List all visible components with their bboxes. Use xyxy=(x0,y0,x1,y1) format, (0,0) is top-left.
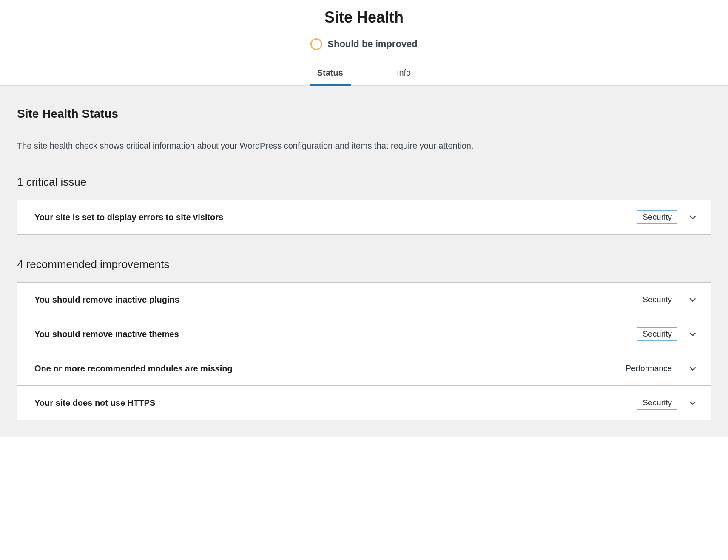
content-section: Site Health Status The site health check… xyxy=(0,86,728,437)
chevron-down-icon xyxy=(688,398,698,408)
issue-right: Security xyxy=(637,210,698,224)
chevron-down-icon xyxy=(688,329,698,339)
issue-item[interactable]: You should remove inactive plugins Secur… xyxy=(17,283,711,317)
tab-status[interactable]: Status xyxy=(310,62,351,86)
chevron-down-icon xyxy=(688,212,698,222)
page-title: Site Health xyxy=(0,8,728,26)
status-text: Should be improved xyxy=(327,39,417,50)
status-progress-icon xyxy=(310,38,322,50)
issue-item[interactable]: Your site is set to display errors to si… xyxy=(17,200,711,234)
chevron-down-icon xyxy=(688,363,698,373)
recommended-issue-list: You should remove inactive plugins Secur… xyxy=(17,282,711,420)
section-title: Site Health Status xyxy=(17,107,711,121)
issue-title: Your site does not use HTTPS xyxy=(34,398,155,408)
badge-security: Security xyxy=(637,396,677,410)
issue-title: You should remove inactive plugins xyxy=(34,295,179,305)
badge-security: Security xyxy=(637,210,677,224)
chevron-down-icon xyxy=(688,294,698,305)
issue-title: One or more recommended modules are miss… xyxy=(34,364,233,373)
recommended-heading: 4 recommended improvements xyxy=(17,258,711,271)
badge-performance: Performance xyxy=(620,362,677,375)
critical-issue-list: Your site is set to display errors to si… xyxy=(17,200,711,235)
critical-heading: 1 critical issue xyxy=(17,175,711,189)
issue-title: You should remove inactive themes xyxy=(34,329,179,339)
tabs-nav: Status Info xyxy=(0,62,728,86)
issue-item[interactable]: You should remove inactive themes Securi… xyxy=(17,317,711,351)
issue-right: Security xyxy=(637,396,698,410)
issue-right: Security xyxy=(637,293,698,306)
status-indicator: Should be improved xyxy=(0,38,728,50)
issue-right: Performance xyxy=(620,362,698,375)
issue-title: Your site is set to display errors to si… xyxy=(34,212,223,222)
tab-info[interactable]: Info xyxy=(389,62,418,85)
issue-item[interactable]: One or more recommended modules are miss… xyxy=(17,351,711,386)
badge-security: Security xyxy=(637,327,677,341)
issue-right: Security xyxy=(637,327,698,341)
header-section: Site Health Should be improved Status In… xyxy=(0,0,728,86)
issue-item[interactable]: Your site does not use HTTPS Security xyxy=(17,386,711,420)
badge-security: Security xyxy=(637,293,677,306)
section-description: The site health check shows critical inf… xyxy=(17,139,711,152)
